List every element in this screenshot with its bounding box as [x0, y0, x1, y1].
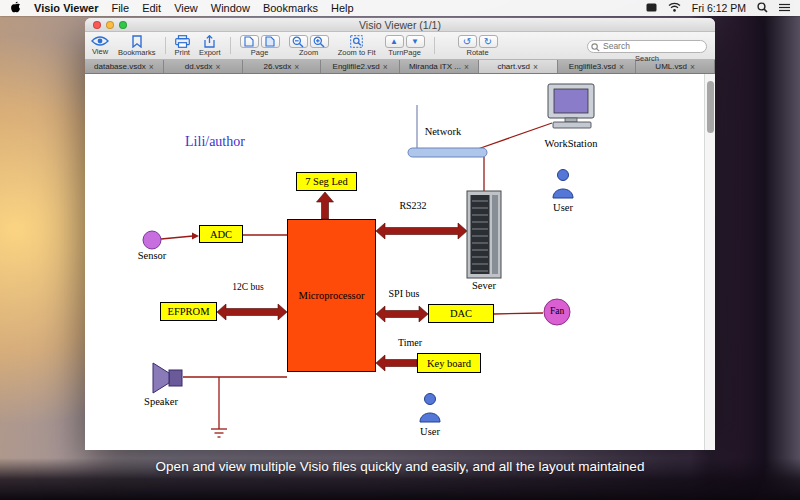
- rotate-right-button[interactable]: ↻: [479, 35, 498, 48]
- node-dac: DAC: [428, 304, 494, 323]
- tab-label: Englifile3.vsd: [569, 62, 616, 71]
- menu-bar: Visio Viewer File Edit View Window Bookm…: [0, 0, 800, 16]
- label-server: Sever: [460, 280, 508, 291]
- label-fan: Fan: [543, 306, 571, 316]
- label-speaker: Speaker: [137, 396, 185, 407]
- zoom-in-button[interactable]: [310, 35, 329, 48]
- search-icon: [591, 38, 600, 56]
- tab-label: Englifile2.vsd: [333, 62, 380, 71]
- close-tab-icon[interactable]: ×: [149, 62, 154, 72]
- close-tab-icon[interactable]: ×: [464, 62, 469, 72]
- label-timer: Timer: [386, 337, 434, 348]
- close-tab-icon[interactable]: ×: [619, 62, 624, 72]
- view-button[interactable]: View: [91, 34, 109, 57]
- document-area: Lili/author 7 Seg Led ADC EFPROM DAC Key…: [85, 74, 715, 450]
- wifi-icon[interactable]: [668, 2, 681, 14]
- next-page-button[interactable]: [261, 35, 280, 48]
- tab-miranda[interactable]: Miranda iTX ...×: [400, 60, 479, 73]
- print-label: Print: [175, 48, 190, 57]
- menu-bookmarks[interactable]: Bookmarks: [263, 2, 318, 14]
- turn-page-up-button[interactable]: ▲: [385, 35, 404, 48]
- turn-page-down-button[interactable]: ▼: [406, 35, 425, 48]
- menu-window[interactable]: Window: [211, 2, 250, 14]
- tab-label: database.vsdx: [94, 62, 146, 71]
- menu-app-name[interactable]: Visio Viewer: [34, 2, 98, 14]
- close-window-button[interactable]: [93, 21, 101, 29]
- zoom-group: Zoom: [289, 34, 329, 57]
- status-menu-icon[interactable]: [646, 2, 657, 14]
- close-tab-icon[interactable]: ×: [215, 62, 220, 72]
- page-group: Page: [240, 34, 280, 57]
- zoom-window-button[interactable]: [119, 21, 127, 29]
- zoom-out-button[interactable]: [289, 35, 308, 48]
- rotate-label: Rotate: [467, 48, 489, 57]
- close-tab-icon[interactable]: ×: [533, 62, 538, 72]
- search-input[interactable]: [587, 40, 707, 53]
- label-spi-bus: SPI bus: [380, 288, 428, 299]
- node-efprom: EFPROM: [160, 302, 217, 321]
- window-titlebar[interactable]: Visio Viewer (1/1): [85, 18, 715, 32]
- export-icon: [203, 35, 216, 48]
- zoom-label: Zoom: [299, 48, 318, 57]
- tab-chart[interactable]: chart.vsd×: [479, 60, 558, 73]
- toolbar: View Bookmarks Print Export: [85, 32, 715, 60]
- tab-englifile2[interactable]: Englifile2.vsd×: [321, 60, 400, 73]
- sensor-icon: [143, 231, 161, 249]
- toolbar-separator: [434, 37, 435, 54]
- print-button[interactable]: Print: [175, 34, 190, 57]
- close-tab-icon[interactable]: ×: [294, 62, 299, 72]
- diagram-graphics: [85, 74, 704, 450]
- bookmarks-label: Bookmarks: [118, 48, 156, 57]
- bookmark-icon: [132, 35, 142, 48]
- label-i2c-bus: 12C bus: [223, 282, 273, 292]
- visio-viewer-window: Visio Viewer (1/1) View Bookmarks Print: [85, 18, 715, 450]
- label-workstation: WorkStation: [535, 138, 607, 149]
- spotlight-icon[interactable]: [757, 2, 768, 15]
- diagram-canvas: Lili/author 7 Seg Led ADC EFPROM DAC Key…: [85, 74, 704, 450]
- menu-file[interactable]: File: [111, 2, 129, 14]
- tab-label: chart.vsd: [497, 62, 529, 71]
- vertical-scrollbar[interactable]: [704, 74, 715, 450]
- printer-icon: [175, 35, 190, 48]
- tab-label: 26.vsdx: [264, 62, 292, 71]
- close-tab-icon[interactable]: ×: [383, 62, 388, 72]
- tab-26[interactable]: 26.vsdx×: [243, 60, 322, 73]
- export-button[interactable]: Export: [199, 34, 221, 57]
- notification-center-icon[interactable]: [779, 2, 790, 14]
- scrollbar-thumb[interactable]: [707, 81, 714, 133]
- rotate-left-button[interactable]: ↺: [458, 35, 477, 48]
- node-keyboard: Key board: [417, 353, 481, 373]
- zoom-to-fit-icon: [350, 35, 363, 48]
- workstation-icon: [548, 84, 594, 128]
- user-icon-top: [553, 170, 573, 199]
- toolbar-separator: [230, 37, 231, 54]
- zoom-to-fit-button[interactable]: Zoom to Fit: [338, 34, 376, 57]
- prev-page-button[interactable]: [240, 35, 259, 48]
- tab-dd[interactable]: dd.vsdx×: [164, 60, 243, 73]
- turnpage-group: ▲ ▼ TurnPage: [385, 34, 425, 57]
- node-7seg-led: 7 Seg Led: [296, 172, 357, 191]
- tab-database[interactable]: database.vsdx×: [85, 60, 164, 73]
- apple-menu-icon[interactable]: [10, 1, 21, 16]
- close-tab-icon[interactable]: ×: [690, 62, 695, 72]
- toolbar-separator: [165, 37, 166, 54]
- tab-label: dd.vsdx: [185, 62, 213, 71]
- ground-symbol: [211, 429, 227, 437]
- server-icon: [467, 191, 501, 278]
- export-label: Export: [199, 48, 221, 57]
- menu-clock[interactable]: Fri 6:12 PM: [692, 2, 746, 14]
- menu-help[interactable]: Help: [331, 2, 354, 14]
- menu-edit[interactable]: Edit: [142, 2, 161, 14]
- bookmarks-button[interactable]: Bookmarks: [118, 34, 156, 57]
- label-sensor: Sensor: [128, 250, 176, 261]
- page-label: Page: [251, 48, 269, 57]
- rotate-group: ↺ ↻ Rotate: [458, 34, 498, 57]
- turnpage-label: TurnPage: [388, 48, 421, 57]
- node-microprocessor: Microprocessor: [287, 219, 376, 372]
- minimize-window-button[interactable]: [106, 21, 114, 29]
- tab-label: UML.vsd: [655, 62, 687, 71]
- menu-view[interactable]: View: [174, 2, 198, 14]
- label-rs232: RS232: [385, 200, 441, 211]
- network-bus: [408, 148, 487, 157]
- diagram-author-text: Lili/author: [155, 134, 275, 150]
